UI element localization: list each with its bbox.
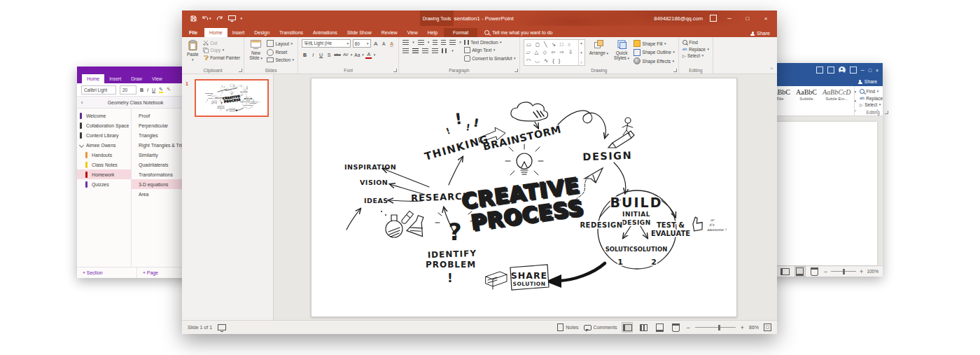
grow-font-button[interactable]: A — [372, 40, 379, 47]
account-email[interactable]: 849482186@qq.com — [654, 15, 703, 22]
text-shadow-button[interactable]: S — [326, 51, 332, 58]
replace-button[interactable]: abReplace▾ — [682, 47, 709, 52]
notebook-title[interactable]: Geometry Class Notebook — [83, 100, 188, 105]
tab-help[interactable]: Help — [423, 28, 442, 37]
tab-format[interactable]: Format — [444, 28, 477, 37]
section-handouts[interactable]: Handouts — [77, 150, 131, 160]
quick-styles-button[interactable]: QuickStyles ▾ — [612, 39, 631, 62]
find-button[interactable]: Find — [682, 40, 709, 45]
clear-formatting-button[interactable]: A̲ — [388, 40, 395, 47]
reset-button[interactable]: Reset — [267, 49, 294, 56]
slide-sorter-view-icon[interactable] — [638, 322, 649, 333]
notes-button[interactable]: Notes — [557, 323, 578, 331]
minimize-icon[interactable]: ─ — [861, 68, 864, 73]
autosave-icon[interactable] — [816, 67, 823, 74]
customize-qat-icon[interactable]: ▾ — [241, 17, 243, 20]
underline-button[interactable]: U — [318, 51, 324, 58]
style-item-subtitle[interactable]: AaBbCSubtitle — [793, 86, 820, 116]
shapes-gallery-scroll[interactable]: ▴▾▿ — [578, 40, 584, 65]
font-color-button[interactable]: A — [365, 50, 372, 59]
bullets-icon[interactable] — [402, 40, 409, 45]
minimize-icon[interactable]: ─ — [724, 15, 735, 22]
tab-home[interactable]: Home — [204, 28, 227, 37]
word-select-button[interactable]: ▷Select▾ — [860, 102, 883, 107]
align-center-icon[interactable] — [412, 48, 419, 53]
format-painter-icon[interactable]: ✎ — [167, 87, 171, 92]
align-text-button[interactable]: Align Text▾ — [464, 47, 516, 53]
save-icon[interactable] — [190, 15, 197, 22]
expand-chevron-icon[interactable] — [79, 143, 84, 148]
share-button[interactable]: Share — [750, 31, 770, 36]
font-size-select[interactable]: 60▾ — [353, 39, 371, 48]
tab-design[interactable]: Design — [249, 28, 274, 37]
redo-icon[interactable] — [216, 15, 223, 21]
zoom-slider[interactable] — [695, 327, 736, 328]
section-button[interactable]: Section▾ — [267, 57, 294, 62]
paste-button[interactable]: Paste▾ — [186, 39, 200, 62]
section-group-aimee-owens[interactable]: Aimee Owens — [77, 140, 131, 150]
section-homework-selected[interactable]: Homework — [77, 169, 131, 179]
web-layout-icon[interactable] — [809, 266, 820, 277]
align-right-icon[interactable] — [422, 48, 428, 53]
character-spacing-button[interactable]: AV — [342, 51, 349, 58]
reading-view-icon[interactable] — [654, 322, 665, 333]
justify-icon[interactable] — [432, 48, 438, 53]
section-collaboration-space[interactable]: Collaboration Space — [77, 120, 131, 130]
shapes-row-1[interactable]: ▭ ◻ ╲ ↘ □ ○ — [526, 42, 576, 48]
new-slide-button[interactable]: NewSlide ▾ — [248, 39, 264, 62]
section-content-library[interactable]: Content Library — [77, 130, 131, 140]
layout-button[interactable]: Layout▾ — [267, 40, 294, 47]
bold-button[interactable]: B — [302, 51, 308, 58]
line-spacing-icon[interactable] — [449, 40, 456, 45]
close-icon[interactable]: × — [876, 68, 878, 73]
word-find-button[interactable]: Find▾ — [860, 89, 883, 94]
shapes-row-3[interactable]: ◠ ◡ ∿ { } — [526, 58, 576, 64]
section-quizzes[interactable]: Quizzes — [77, 179, 131, 189]
read-mode-icon[interactable] — [780, 266, 791, 277]
tab-view[interactable]: View — [402, 28, 423, 37]
format-painter-button[interactable]: Format Painter — [203, 55, 241, 60]
zoom-out-button[interactable]: − — [686, 324, 690, 331]
shape-outline-button[interactable]: Shape Outline▾ — [634, 49, 675, 56]
zoom-slider-thumb[interactable] — [718, 325, 720, 330]
zoom-slider-thumb[interactable] — [843, 269, 845, 274]
tell-me-box[interactable]: Tell me what you want to do — [484, 30, 552, 37]
slide-thumbnail-1[interactable] — [195, 79, 269, 117]
shapes-gallery[interactable]: ▭ ◻ ╲ ↘ □ ○ ▱ △ ◇ ⇦ ⇨ ⇩ ◠ ◡ ∿ { } ▴▾▿ — [524, 39, 585, 66]
add-page-button[interactable]: + Page — [137, 267, 158, 278]
italic-button[interactable]: I — [147, 88, 148, 92]
tab-file[interactable]: File — [182, 28, 204, 37]
display-settings-icon[interactable] — [218, 324, 226, 330]
tab-review[interactable]: Review — [377, 28, 402, 37]
italic-button[interactable]: I — [310, 51, 316, 58]
slideshow-view-icon[interactable] — [670, 322, 681, 333]
word-share-button[interactable]: Share — [864, 79, 877, 84]
slide-1[interactable] — [311, 78, 737, 317]
cut-button[interactable]: Cut — [203, 40, 241, 46]
print-layout-icon[interactable] — [794, 266, 806, 277]
shape-effects-button[interactable]: Shape Effects▾ — [634, 57, 675, 64]
dialog-launcher-icon[interactable] — [673, 69, 677, 72]
dialog-launcher-icon[interactable] — [239, 69, 242, 72]
undo-button[interactable]: ▾ — [202, 15, 211, 21]
columns-icon[interactable] — [442, 48, 448, 53]
font-size-select[interactable]: 20 — [120, 85, 136, 95]
align-left-icon[interactable] — [402, 48, 409, 53]
bold-button[interactable]: B — [140, 88, 144, 92]
font-name-select[interactable]: 等线 Light (He▾ — [302, 39, 351, 48]
onenote-tab-home[interactable]: Home — [82, 74, 104, 83]
collapse-ribbon-icon[interactable]: ^ — [876, 109, 878, 113]
select-button[interactable]: ▷Select▾ — [682, 53, 709, 58]
ribbon-display-options-icon[interactable] — [850, 67, 857, 74]
avatar[interactable] — [839, 67, 846, 74]
onenote-tab-insert[interactable]: Insert — [104, 74, 126, 83]
word-replace-button[interactable]: abReplace — [860, 96, 883, 101]
zoom-slider[interactable] — [831, 271, 856, 272]
copy-button[interactable]: Copy▾ — [203, 48, 241, 53]
underline-button[interactable]: U — [152, 88, 155, 92]
maximize-icon[interactable]: □ — [742, 15, 753, 22]
dialog-launcher-icon[interactable] — [885, 111, 888, 114]
dialog-launcher-icon[interactable] — [514, 69, 518, 72]
zoom-in-button[interactable]: + — [741, 324, 744, 331]
dialog-launcher-icon[interactable] — [393, 69, 397, 72]
